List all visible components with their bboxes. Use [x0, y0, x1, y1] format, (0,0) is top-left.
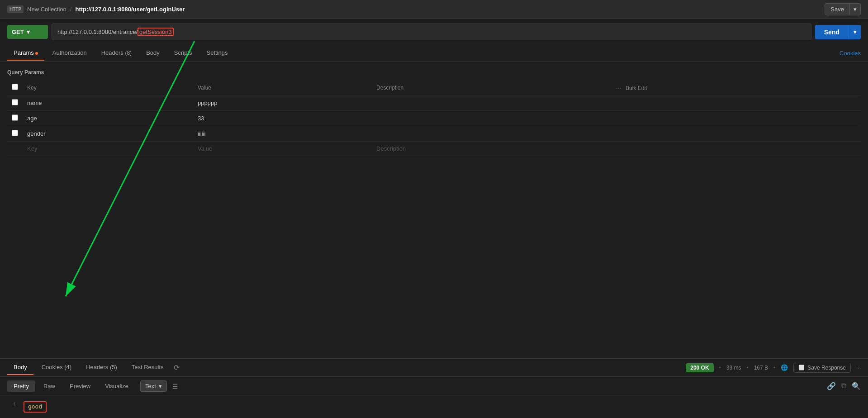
empty-key[interactable]: Key [23, 142, 193, 156]
table-row-empty: Key Value Description [7, 142, 861, 156]
row-1-key[interactable]: age [23, 111, 193, 126]
empty-description[interactable]: Description [372, 142, 612, 156]
url-input-wrapper: http://127.0.0.1:8080/entrance/getSessio… [52, 24, 811, 40]
response-size: 167 B [754, 365, 768, 371]
format-dropdown-arrow: ▾ [159, 383, 162, 390]
tab-settings[interactable]: Settings [200, 46, 234, 61]
breadcrumb-separator: / [70, 6, 72, 13]
send-button[interactable]: Send ▾ [815, 25, 861, 39]
url-prefix: http://127.0.0.1:8080/entrance/ [57, 28, 138, 35]
cookies-link[interactable]: Cookies [840, 50, 861, 57]
method-dropdown-arrow[interactable]: ▾ [27, 28, 30, 35]
select-all-checkbox[interactable] [12, 84, 18, 90]
response-code-area: 1 good [0, 396, 868, 418]
filter-icon[interactable]: ☰ [172, 383, 178, 390]
save-dropdown-arrow[interactable]: ▾ [850, 4, 860, 15]
save-response-icon: ⬜ [798, 365, 805, 370]
method-selector[interactable]: GET ▾ [7, 25, 48, 39]
row-2-key[interactable]: gender [23, 126, 193, 142]
view-tab-pretty[interactable]: Pretty [7, 380, 35, 392]
url-highlighted-part: getSession3 [138, 28, 174, 36]
response-more-icon[interactable]: ··· [856, 365, 861, 371]
http-icon: HTTP [7, 5, 24, 13]
request-tabs-bar: Params Authorization Headers (8) Body Sc… [0, 45, 868, 62]
send-button-label[interactable]: Send [815, 25, 849, 39]
save-button[interactable]: Save ▾ [825, 3, 861, 15]
tab-params[interactable]: Params [7, 46, 44, 61]
table-row: age 33 [7, 111, 861, 126]
header-key: Key [23, 80, 193, 95]
response-section: Body Cookies (4) Headers (5) Test Result… [0, 358, 868, 418]
status-dot-1: • [719, 365, 721, 371]
view-tab-preview[interactable]: Preview [63, 380, 97, 392]
params-dot [35, 52, 38, 55]
history-icon[interactable]: ⟳ [172, 361, 181, 374]
response-tab-test-results[interactable]: Test Results [125, 360, 170, 375]
url-display[interactable]: http://127.0.0.1:8080/entrance/getSessio… [52, 24, 811, 40]
header-description: Description [372, 80, 612, 95]
code-line: 1 good [7, 401, 861, 413]
response-tab-cookies[interactable]: Cookies (4) [35, 360, 78, 375]
status-dot-3: • [773, 365, 775, 371]
view-tab-visualize[interactable]: Visualize [99, 380, 135, 392]
dots-icon: ··· [616, 84, 621, 91]
save-button-label[interactable]: Save [825, 4, 850, 15]
format-label: Text [145, 383, 156, 390]
save-response-label: Save Response [807, 365, 846, 371]
status-dot-2: • [746, 365, 748, 371]
row-2-checkbox[interactable] [12, 130, 18, 136]
globe-icon: 🌐 [781, 364, 788, 371]
response-tab-headers[interactable]: Headers (5) [80, 360, 123, 375]
collection-url: http://127.0.0.1:8080/user/getLoginUser [75, 6, 185, 13]
format-selector[interactable]: Text ▾ [140, 380, 167, 392]
row-2-description[interactable] [372, 126, 612, 142]
method-label: GET [12, 28, 24, 35]
table-row: name pppppp [7, 95, 861, 111]
link-icon[interactable]: 🔗 [827, 382, 836, 390]
row-0-key[interactable]: name [23, 95, 193, 111]
query-params-title: Query Params [7, 69, 861, 76]
line-number-1: 1 [7, 401, 16, 413]
url-bar: GET ▾ http://127.0.0.1:8080/entrance/get… [0, 19, 868, 45]
response-status: 200 OK • 33 ms • 167 B • 🌐 ⬜ Save Respon… [686, 363, 861, 373]
tab-scripts[interactable]: Scripts [168, 46, 199, 61]
table-row: gender iiiiii [7, 126, 861, 142]
view-tabs-bar: Pretty Raw Preview Visualize Text ▾ ☰ 🔗 … [0, 377, 868, 396]
response-time: 33 ms [726, 365, 741, 371]
row-0-value[interactable]: pppppp [193, 95, 372, 111]
row-2-value[interactable]: iiiiii [193, 126, 372, 142]
row-1-checkbox[interactable] [12, 114, 18, 121]
query-params-section: Query Params Key Value Description ··· B… [0, 62, 868, 358]
collection-name: New Collection [27, 6, 66, 13]
header-bulk-edit: ··· Bulk Edit [612, 80, 861, 95]
row-0-description[interactable] [372, 95, 612, 111]
status-code-badge: 200 OK [686, 363, 713, 372]
tab-body[interactable]: Body [140, 46, 166, 61]
row-0-checkbox[interactable] [12, 99, 18, 105]
search-icon[interactable]: 🔍 [852, 382, 861, 390]
copy-icon[interactable]: ⧉ [841, 382, 846, 390]
send-dropdown-arrow[interactable]: ▾ [849, 25, 861, 39]
empty-value[interactable]: Value [193, 142, 372, 156]
view-tab-raw[interactable]: Raw [37, 380, 62, 392]
row-1-value[interactable]: 33 [193, 111, 372, 126]
row-1-description[interactable] [372, 111, 612, 126]
top-bar: HTTP New Collection / http://127.0.0.1:8… [0, 0, 868, 19]
header-checkbox-cell [7, 80, 23, 95]
params-table: Key Value Description ··· Bulk Edit name… [7, 80, 861, 156]
header-value: Value [193, 80, 372, 95]
response-tab-body[interactable]: Body [7, 360, 33, 375]
response-tabs-bar: Body Cookies (4) Headers (5) Test Result… [0, 359, 868, 377]
code-content-1: good [28, 404, 42, 410]
tab-headers[interactable]: Headers (8) [95, 46, 138, 61]
tab-authorization[interactable]: Authorization [46, 46, 93, 61]
save-response-button[interactable]: ⬜ Save Response [793, 363, 851, 373]
